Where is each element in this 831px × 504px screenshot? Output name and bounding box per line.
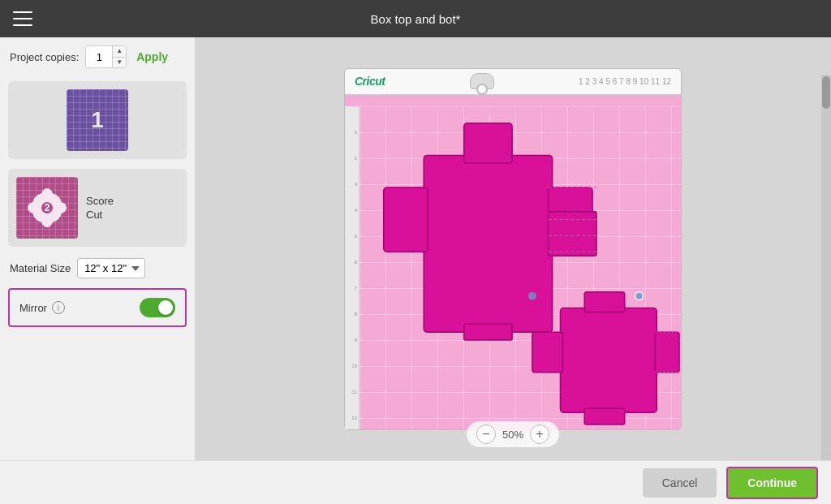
mat-info-line1: Score [86, 195, 114, 207]
mat-info-2: Score Cut [86, 195, 114, 221]
mirror-label: Mirror [19, 302, 47, 314]
menu-icon[interactable] [13, 11, 32, 26]
page-title: Box top and bot* [371, 12, 461, 26]
svg-rect-10 [424, 155, 552, 332]
svg-rect-20 [561, 308, 657, 412]
mat-flower-icon: 2 [28, 188, 67, 227]
sidebar-spacer [0, 330, 195, 460]
svg-rect-24 [584, 408, 625, 424]
scrollbar-thumb[interactable] [822, 76, 830, 109]
mat-body[interactable]: 1 2 3 4 5 6 7 8 9 10 11 12 [345, 95, 681, 429]
mirror-label-wrapper: Mirror i [19, 301, 65, 314]
box-shape-svg [360, 106, 681, 429]
zoom-controls: − 50% + [467, 421, 559, 447]
mat-card-1: 1 [8, 81, 187, 159]
copies-input-wrapper: ▲ ▼ [85, 45, 127, 68]
copies-spinners: ▲ ▼ [112, 46, 126, 67]
svg-point-27 [528, 291, 536, 299]
copies-input[interactable] [86, 46, 112, 67]
material-size-select[interactable]: 12" x 12" 12" x 24" [77, 258, 145, 278]
svg-rect-11 [464, 123, 512, 163]
zoom-label: 50% [502, 429, 523, 441]
material-size-label: Material Size [10, 262, 71, 274]
copies-increment[interactable]: ▲ [113, 46, 126, 58]
mat-ruler-left: 1 2 3 4 5 6 7 8 9 10 11 12 [345, 106, 360, 429]
svg-rect-15 [464, 324, 512, 340]
main-layout: Project copies: ▲ ▼ Apply 1 [0, 37, 831, 460]
cricut-header: Cricut 1 2 3 4 5 6 7 8 9 10 11 12 [345, 69, 681, 95]
cricut-hook [470, 73, 494, 89]
mat-card-2: 2 Score Cut [8, 169, 187, 247]
svg-text:2: 2 [45, 202, 50, 213]
cricut-mat: Cricut 1 2 3 4 5 6 7 8 9 10 11 12 1 2 3 … [344, 68, 682, 430]
footer: Cancel Continue [0, 460, 831, 504]
ruler-numbers: 1 2 3 4 5 6 7 8 9 10 11 12 [579, 77, 671, 86]
mat-thumbnail-1: 1 [67, 89, 128, 151]
copies-decrement[interactable]: ▼ [113, 58, 126, 68]
mat-thumbnail-2: 2 [16, 177, 78, 239]
svg-point-28 [635, 291, 644, 299]
scrollbar-right[interactable] [821, 75, 831, 460]
canvas-area: Cricut 1 2 3 4 5 6 7 8 9 10 11 12 1 2 3 … [195, 37, 831, 460]
cancel-button[interactable]: Cancel [643, 468, 717, 498]
material-size-row: Material Size 12" x 12" 12" x 24" [0, 252, 195, 285]
cricut-logo: Cricut [355, 75, 385, 88]
svg-rect-23 [655, 332, 679, 373]
mirror-toggle[interactable] [140, 298, 175, 317]
sidebar: Project copies: ▲ ▼ Apply 1 [0, 37, 195, 460]
header: Box top and bot* [0, 0, 831, 37]
project-copies-label: Project copies: [10, 51, 79, 63]
mat-info-line2: Cut [86, 209, 114, 221]
mirror-row: Mirror i [8, 288, 187, 327]
zoom-in-button[interactable]: + [530, 424, 549, 444]
info-icon[interactable]: i [52, 301, 65, 314]
svg-rect-21 [584, 291, 625, 312]
apply-button[interactable]: Apply [133, 50, 171, 63]
mat-number-1: 1 [91, 107, 104, 133]
continue-button[interactable]: Continue [726, 467, 818, 499]
toggle-slider [140, 298, 175, 317]
svg-rect-22 [532, 332, 563, 373]
project-copies-bar: Project copies: ▲ ▼ Apply [0, 37, 195, 76]
zoom-out-button[interactable]: − [476, 424, 496, 444]
svg-rect-12 [384, 187, 428, 252]
svg-rect-14 [549, 211, 596, 255]
